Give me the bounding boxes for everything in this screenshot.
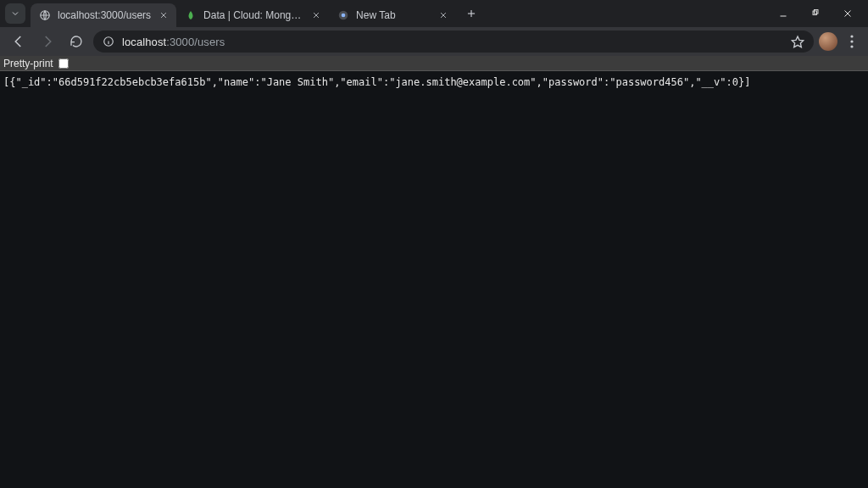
- close-icon[interactable]: [158, 9, 170, 21]
- site-info-icon[interactable]: [102, 35, 115, 48]
- tab-localhost-users[interactable]: localhost:3000/users: [31, 3, 176, 27]
- pretty-print-checkbox[interactable]: [58, 58, 69, 69]
- browser-window: localhost:3000/users Data | Cloud: Mongo…: [0, 0, 868, 488]
- new-tab-button[interactable]: [461, 3, 481, 24]
- svg-point-20: [850, 35, 853, 37]
- mongodb-leaf-icon: [185, 9, 197, 21]
- toolbar: localhost:3000/users: [0, 27, 868, 56]
- profile-avatar[interactable]: [819, 32, 837, 51]
- url-host: localhost: [122, 36, 166, 48]
- reload-button[interactable]: [64, 30, 88, 53]
- svg-point-21: [850, 40, 853, 42]
- close-window-button[interactable]: [832, 2, 863, 25]
- svg-marker-19: [792, 36, 803, 47]
- url-path: :3000/users: [166, 36, 225, 48]
- minimize-button[interactable]: [768, 2, 798, 25]
- pretty-print-bar: Pretty-print: [0, 56, 868, 71]
- search-tabs-button[interactable]: [5, 3, 25, 24]
- svg-point-6: [342, 14, 346, 18]
- back-button[interactable]: [7, 30, 31, 53]
- tab-title: New Tab: [356, 9, 431, 21]
- tab-new-tab[interactable]: New Tab: [329, 3, 456, 27]
- tab-mongodb-cloud[interactable]: Data | Cloud: MongoDB Cloud: [176, 3, 329, 27]
- window-controls: [768, 2, 863, 25]
- globe-icon: [39, 9, 51, 21]
- tab-title: Data | Cloud: MongoDB Cloud: [203, 9, 303, 21]
- close-icon[interactable]: [437, 9, 449, 21]
- pretty-print-label: Pretty-print: [3, 58, 53, 69]
- kebab-menu-icon[interactable]: [843, 30, 861, 53]
- address-bar[interactable]: localhost:3000/users: [93, 30, 814, 53]
- tab-title: localhost:3000/users: [58, 9, 151, 21]
- response-body: [{"_id":"66d591f22cb5ebcb3efa615b","name…: [0, 71, 868, 488]
- bookmark-star-icon[interactable]: [790, 34, 805, 49]
- tab-strip: localhost:3000/users Data | Cloud: Mongo…: [0, 0, 868, 27]
- forward-button[interactable]: [36, 30, 59, 53]
- chrome-icon: [337, 9, 349, 21]
- url-text: localhost:3000/users: [122, 36, 783, 48]
- close-icon[interactable]: [310, 9, 322, 21]
- svg-rect-12: [813, 11, 817, 15]
- svg-rect-13: [815, 10, 819, 14]
- svg-point-22: [850, 45, 853, 47]
- maximize-button[interactable]: [800, 2, 831, 25]
